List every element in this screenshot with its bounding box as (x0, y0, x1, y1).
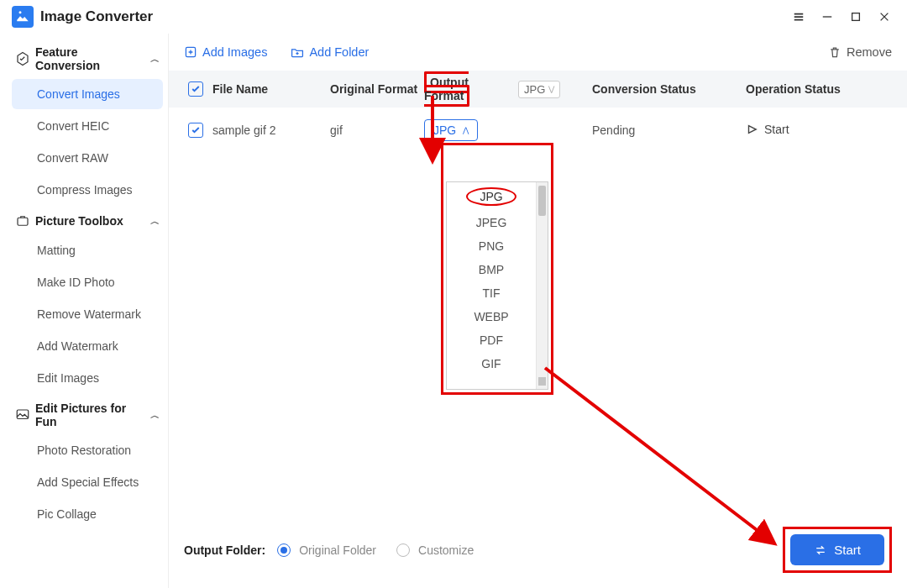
sidebar-item-label: Compress Images (37, 183, 133, 197)
sidebar-item-remove-watermark[interactable]: Remove Watermark (12, 299, 163, 329)
sidebar-item-convert-images[interactable]: Convert Images (12, 79, 163, 109)
dropdown-option-label: BMP (479, 263, 504, 276)
select-all-checkbox[interactable] (188, 81, 203, 97)
minimize-button[interactable] (813, 5, 841, 29)
add-folder-icon (291, 45, 304, 59)
output-format-dropdown-highlight: JPG JPEG PNG BMP TIF WEBP PDF GIF (441, 143, 553, 395)
dropdown-option-gif[interactable]: GIF (447, 352, 536, 375)
dropdown-option-label: JPG (466, 187, 516, 206)
sidebar-item-label: Add Watermark (37, 339, 118, 353)
add-images-button[interactable]: Add Images (184, 45, 267, 59)
dropdown-option-label: TIF (483, 286, 501, 300)
col-file-name: File Name (212, 82, 330, 96)
sidebar-item-label: Make ID Photo (37, 276, 115, 289)
trash-icon (828, 45, 841, 59)
picture-icon (15, 407, 30, 423)
chevron-up-icon: ︿ (150, 409, 160, 422)
sidebar-section-edit-pictures-fun[interactable]: Edit Pictures for Fun ︿ (12, 395, 163, 435)
toolbox-icon (15, 213, 30, 228)
chevron-down-icon: ⋁ (548, 85, 554, 93)
sidebar-section-feature-conversion[interactable]: Feature Conversion ︿ (12, 39, 163, 79)
row-checkbox[interactable] (188, 123, 203, 138)
play-icon (746, 123, 758, 135)
table-header: File Name Original Format Output Format … (169, 71, 907, 108)
cell-original-format: gif (330, 123, 424, 137)
add-folder-label: Add Folder (309, 45, 369, 59)
sidebar-item-pic-collage[interactable]: Pic Collage (12, 499, 163, 529)
sidebar-item-matting[interactable]: Matting (12, 235, 163, 265)
sidebar-item-photo-restoration[interactable]: Photo Restoration (12, 435, 163, 465)
sidebar-item-compress-images[interactable]: Compress Images (12, 175, 163, 205)
sidebar-section-picture-toolbox[interactable]: Picture Toolbox ︿ (12, 207, 163, 235)
add-image-icon (184, 45, 197, 59)
dropdown-option-pdf[interactable]: PDF (447, 328, 536, 352)
header-output-format-select[interactable]: JPG ⋁ (518, 81, 560, 98)
row-output-format-select[interactable]: JPG ⋀ (424, 119, 478, 141)
dropdown-option-png[interactable]: PNG (447, 234, 536, 258)
sidebar-item-label: Pic Collage (37, 507, 97, 521)
dropdown-option-bmp[interactable]: BMP (447, 258, 536, 281)
col-operation-status: Operation Status (746, 82, 897, 96)
sidebar-item-make-id-photo[interactable]: Make ID Photo (12, 267, 163, 297)
chevron-up-icon: ︿ (150, 215, 160, 228)
start-button-highlight: Start (783, 527, 892, 573)
sidebar-item-add-watermark[interactable]: Add Watermark (12, 331, 163, 361)
dropdown-option-jpeg[interactable]: JPEG (447, 211, 536, 234)
add-images-label: Add Images (202, 45, 267, 59)
sidebar-item-label: Convert Images (37, 87, 120, 101)
toolbar: Add Images Add Folder Remove (169, 34, 907, 71)
dropdown-option-label: PNG (479, 239, 504, 253)
sidebar-item-convert-raw[interactable]: Convert RAW (12, 143, 163, 173)
col-original-format: Original Format (330, 82, 424, 96)
header-output-format-value: JPG (524, 83, 545, 96)
radio-customize-label: Customize (418, 543, 474, 557)
radio-original-folder[interactable] (277, 543, 291, 557)
add-folder-button[interactable]: Add Folder (291, 45, 369, 59)
dropdown-option-label: GIF (481, 357, 501, 370)
row-output-format-value: JPG (433, 123, 456, 137)
hamburger-icon[interactable] (784, 5, 813, 29)
convert-icon (814, 543, 827, 557)
sidebar: Feature Conversion ︿ Convert Images Conv… (0, 34, 168, 588)
svg-rect-1 (18, 218, 28, 225)
cell-conversion-status: Pending (567, 123, 746, 137)
sidebar-item-label: Edit Images (37, 371, 99, 385)
sidebar-section-label: Feature Conversion (35, 45, 145, 72)
titlebar: Image Converter (0, 0, 907, 34)
sidebar-section-label: Edit Pictures for Fun (35, 402, 145, 428)
remove-button[interactable]: Remove (828, 45, 892, 59)
col-output-format-highlight: Output Format (424, 71, 469, 107)
sidebar-item-label: Matting (37, 244, 76, 257)
radio-customize[interactable] (396, 543, 410, 557)
close-button[interactable] (870, 5, 899, 29)
dropdown-scrollbar[interactable] (536, 182, 548, 389)
app-title: Image Converter (40, 8, 153, 25)
output-folder-label: Output Folder: (184, 543, 265, 557)
output-format-dropdown: JPG JPEG PNG BMP TIF WEBP PDF GIF (446, 181, 548, 390)
sidebar-item-label: Photo Restoration (37, 444, 131, 457)
dropdown-option-jpg[interactable]: JPG (447, 182, 536, 211)
radio-original-folder-label: Original Folder (299, 543, 376, 557)
start-button[interactable]: Start (790, 534, 884, 565)
dropdown-option-label: JPEG (476, 216, 507, 229)
maximize-button[interactable] (841, 5, 870, 29)
sidebar-item-label: Convert HEIC (37, 119, 109, 133)
sidebar-item-label: Convert RAW (37, 151, 108, 165)
remove-label: Remove (847, 45, 892, 59)
dropdown-option-label: WEBP (474, 310, 508, 323)
cell-file-name: sample gif 2 (212, 123, 330, 137)
footer: Output Folder: Original Folder Customize… (169, 514, 907, 588)
sidebar-section-label: Picture Toolbox (35, 214, 123, 228)
sidebar-item-convert-heic[interactable]: Convert HEIC (12, 111, 163, 141)
sidebar-item-label: Remove Watermark (37, 307, 141, 321)
start-button-label: Start (834, 543, 861, 557)
sidebar-item-add-special-effects[interactable]: Add Special Effects (12, 467, 163, 497)
row-start-label: Start (764, 123, 789, 136)
row-start-button[interactable]: Start (746, 123, 789, 136)
sidebar-item-edit-images[interactable]: Edit Images (12, 363, 163, 393)
app-logo (12, 6, 34, 28)
main-panel: Add Images Add Folder Remove File Name O… (168, 34, 907, 588)
dropdown-option-webp[interactable]: WEBP (447, 305, 536, 328)
chevron-up-icon: ⋀ (463, 126, 469, 134)
dropdown-option-tif[interactable]: TIF (447, 281, 536, 305)
